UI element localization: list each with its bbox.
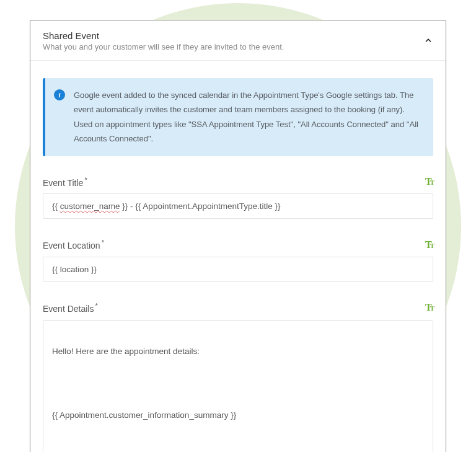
text-format-icon[interactable]: TT: [425, 239, 433, 250]
info-banner: i Google event added to the synced calen…: [43, 78, 433, 156]
collapse-toggle[interactable]: [423, 35, 433, 45]
event-details-input[interactable]: Hello! Here are the appointment details:…: [43, 320, 433, 452]
event-title-label: Event Title*: [43, 176, 87, 188]
event-location-input[interactable]: {{ location }}: [43, 257, 433, 282]
card-header-text: Shared Event What you and your customer …: [43, 30, 413, 51]
value-suffix: }} - {{ Appointment.AppointmentType.titl…: [120, 202, 281, 211]
field-header: Event Location* TT: [43, 239, 433, 250]
field-header: Event Details* TT: [43, 302, 433, 314]
card-header: Shared Event What you and your customer …: [30, 20, 446, 61]
text-format-icon[interactable]: TT: [425, 176, 433, 187]
required-asterisk: *: [84, 176, 87, 184]
value-spell: customer_name: [60, 202, 120, 211]
event-details-group: Event Details* TT Hello! Here are the ap…: [43, 302, 433, 452]
shared-event-card: Shared Event What you and your customer …: [30, 20, 446, 452]
event-location-group: Event Location* TT {{ location }}: [43, 239, 433, 282]
event-title-input[interactable]: {{ customer_name }} - {{ Appointment.App…: [43, 193, 433, 219]
label-text: Event Details: [43, 304, 94, 314]
label-text: Event Title: [43, 177, 83, 187]
details-line: {{ Appointment.customer_information_summ…: [52, 407, 424, 423]
event-details-label: Event Details*: [43, 302, 98, 314]
event-title-group: Event Title* TT {{ customer_name }} - {{…: [43, 176, 433, 219]
value-prefix: {{: [52, 202, 60, 211]
details-line: [52, 439, 424, 452]
card-subtitle: What you and your customer will see if t…: [43, 42, 413, 51]
info-icon: i: [54, 89, 65, 100]
required-asterisk: *: [95, 302, 97, 309]
required-asterisk: *: [102, 239, 104, 246]
details-line: [52, 375, 424, 391]
card-title: Shared Event: [43, 30, 413, 41]
text-format-icon[interactable]: TT: [425, 302, 433, 313]
info-banner-text: Google event added to the synced calenda…: [74, 88, 422, 146]
details-line: Hello! Here are the appointment details:: [52, 343, 424, 360]
chevron-up-icon: [424, 36, 433, 45]
label-text: Event Location: [43, 241, 100, 250]
field-header: Event Title* TT: [43, 176, 433, 188]
event-location-label: Event Location*: [43, 239, 104, 250]
card-body: i Google event added to the synced calen…: [30, 61, 446, 452]
